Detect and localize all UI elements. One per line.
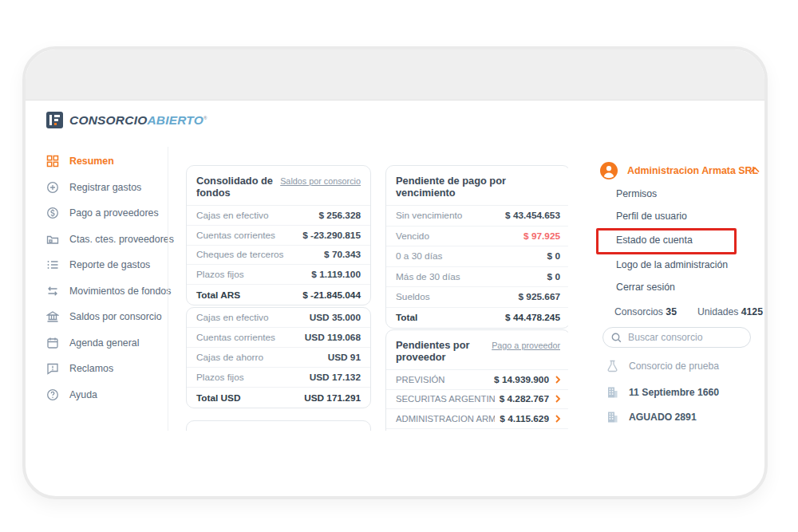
dollar-circle-icon <box>46 207 59 219</box>
table-row: Vencido$ 97.925 <box>386 227 568 247</box>
dashboard-content: Consolidado de fondos Saldos por consorc… <box>168 49 568 431</box>
sidebar-item-ctas-ctes-proveedores[interactable]: Ctas. ctes. proveedores <box>46 227 168 253</box>
sidebar-item-reclamos[interactable]: Reclamos <box>46 356 168 382</box>
table-row: Sueldos$ 925.667 <box>386 287 568 308</box>
provider-row[interactable]: PREVISIÓN $ 14.939.900 <box>386 370 568 390</box>
menu-item-permisos[interactable]: Permisos <box>616 188 657 199</box>
card-title: Consolidado de fondos <box>196 175 280 199</box>
account-header[interactable]: Administracion Armata SRL <box>600 162 758 179</box>
flask-icon <box>606 360 618 372</box>
account-panel: Administracion Armata SRL Permisos Perfi… <box>568 49 768 499</box>
logo-word-1: CONSORCIO <box>69 113 147 127</box>
sidebar-item-ayuda[interactable]: Ayuda <box>46 382 168 408</box>
table-row: Sin vencimiento$ 43.454.653 <box>386 206 568 227</box>
building-icon <box>606 386 618 399</box>
menu-item-estado-de-cuenta[interactable]: Estado de cuenta <box>616 234 693 246</box>
sidebar-item-label: Reporte de gastos <box>69 259 150 270</box>
building-icon <box>606 411 618 424</box>
sidebar-item-label: Registrar gastos <box>69 182 141 193</box>
menu-item-perfil-usuario[interactable]: Perfil de usuario <box>616 211 687 222</box>
sidebar-item-label: Agenda general <box>69 337 140 349</box>
consortium-stats: Consorcios 35 Unidades 4125 <box>614 306 763 317</box>
vencido-value-red: $ 97.925 <box>523 231 560 242</box>
provider-row[interactable]: ADMINISTRACION ARM... $ 4.115.629 <box>386 409 568 429</box>
provider-row[interactable]: SECURITAS ARGENTINA ... $ 4.282.767 <box>386 390 568 410</box>
saldos-por-consorcio-link[interactable]: Saldos por consorcio <box>280 176 361 186</box>
consortium-item-11-septiembre[interactable]: 11 Septiembre 1660 <box>606 386 719 399</box>
consortium-label: 11 Septiembre 1660 <box>629 387 719 398</box>
consortium-label: AGUADO 2891 <box>629 412 697 423</box>
sidebar-nav: Resumen Registrar gastos Pago a proveedo… <box>46 148 168 408</box>
help-circle-icon <box>46 388 59 401</box>
chevron-up-icon[interactable] <box>750 167 760 173</box>
folder-icon <box>46 233 59 246</box>
table-row: Cuentas corrientesUSD 119.068 <box>187 328 370 348</box>
card-clipped-stub <box>186 420 371 431</box>
sidebar-item-label: Saldos por consorcio <box>69 311 162 322</box>
table-row: Cajas en efectivo$ 256.328 <box>187 206 370 226</box>
transfer-arrows-icon <box>46 285 59 298</box>
account-name: Administracion Armata SRL <box>627 165 758 176</box>
search-icon <box>611 333 622 343</box>
table-row-total: Total$ 44.478.245 <box>386 308 568 329</box>
claim-message-icon <box>46 362 59 375</box>
consortium-item-aguado[interactable]: AGUADO 2891 <box>606 411 697 424</box>
table-row: 0 a 30 días$ 0 <box>386 246 568 267</box>
menu-item-cerrar-sesion[interactable]: Cerrar sesión <box>616 282 675 293</box>
sidebar-item-movimientos-fondos[interactable]: Movimientos de fondos <box>46 278 168 305</box>
chevron-right-icon <box>554 395 562 403</box>
sidebar-item-saldos-consorcio[interactable]: Saldos por consorcio <box>46 304 168 330</box>
table-row: Más de 30 días$ 0 <box>386 267 568 288</box>
consortium-item-prueba[interactable]: Consorcio de prueba <box>606 360 719 372</box>
pago-a-proveedor-link[interactable]: Pago a proveedor <box>492 341 560 350</box>
sidebar-item-pago-proveedores[interactable]: Pago a proveedores <box>46 200 168 227</box>
table-row-total: Total ARS$ -21.845.044 <box>187 285 370 305</box>
sidebar-item-label: Ctas. ctes. proveedores <box>69 234 174 245</box>
table-row: Cheques de terceros$ 70.343 <box>187 246 370 266</box>
card-title: Pendiente de pago por vencimiento <box>396 175 560 199</box>
table-row: Plazos fijosUSD 17.132 <box>187 368 370 388</box>
chevron-right-icon <box>554 415 562 423</box>
plus-circle-icon <box>46 181 59 194</box>
bank-icon <box>46 310 59 323</box>
search-input[interactable] <box>628 332 740 343</box>
provider-row[interactable]: LONCON SA $ 2.267.528 <box>386 429 568 431</box>
calendar-icon <box>46 337 59 349</box>
sidebar-item-agenda-general[interactable]: Agenda general <box>46 330 168 357</box>
app-window: CONSORCIOABIERTO® Resumen Registrar gast… <box>22 46 768 499</box>
chevron-right-icon <box>554 376 562 384</box>
consorcio-abierto-logo-icon <box>46 112 63 128</box>
sidebar-item-label: Reclamos <box>69 363 113 374</box>
table-row: Cajas de ahorroUSD 91 <box>187 348 370 368</box>
table-row: Plazos fijos$ 1.119.100 <box>187 265 370 285</box>
sidebar-item-label: Movimientos de fondos <box>69 286 171 297</box>
consorcios-count: Consorcios 35 <box>614 306 677 317</box>
consortium-label: Consorcio de prueba <box>629 361 719 372</box>
card-consolidado-usd: Cajas en efectivoUSD 35.000 Cuentas corr… <box>186 307 371 408</box>
card-title: Pendientes por proveedor <box>396 339 492 363</box>
table-row: Cuentas corrientes$ -23.290.815 <box>187 226 370 246</box>
table-row-total: Total USDUSD 171.291 <box>187 388 370 408</box>
list-icon <box>46 258 59 271</box>
card-consolidado-fondos: Consolidado de fondos Saldos por consorc… <box>186 165 371 305</box>
sidebar-item-registrar-gastos[interactable]: Registrar gastos <box>46 175 168 201</box>
card-pendientes-proveedor: Pendientes por proveedor Pago a proveedo… <box>385 329 568 431</box>
table-row: Cajas en efectivoUSD 35.000 <box>187 308 370 328</box>
menu-item-logo-administracion[interactable]: Logo de la administración <box>616 259 728 270</box>
dashboard-grid-icon <box>46 155 59 167</box>
sidebar-item-label: Ayuda <box>69 389 97 400</box>
sidebar-item-resumen[interactable]: Resumen <box>46 148 168 175</box>
search-consorcio-box <box>602 327 751 348</box>
card-pendiente-vencimiento: Pendiente de pago por vencimiento Sin ve… <box>385 165 568 329</box>
user-avatar-icon <box>600 162 618 179</box>
unidades-count: Unidades 4125 <box>697 306 763 317</box>
sidebar-item-label: Resumen <box>69 156 114 167</box>
sidebar-item-label: Pago a proveedores <box>69 207 159 219</box>
sidebar-item-reporte-gastos[interactable]: Reporte de gastos <box>46 252 168 278</box>
